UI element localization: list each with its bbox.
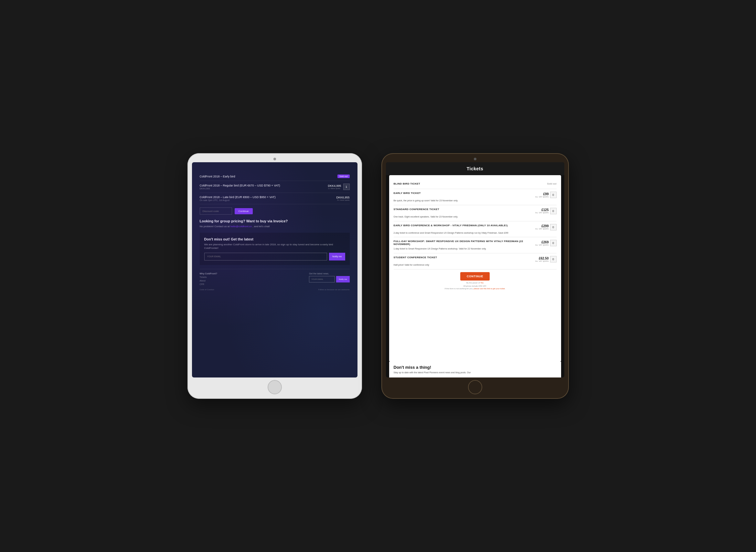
ticket-early-bird-workshop: EARLY BIRD CONFERENCE & WORKSHOP - VITAL… xyxy=(394,222,556,238)
ticket-fullday-price: £269 xyxy=(535,241,549,244)
dont-miss-text: Stay up to date with the latest Pixel Pi… xyxy=(394,371,556,374)
tito-link[interactable]: Tito xyxy=(480,282,484,284)
ticket-standard-desc: One track. Eight excellent speakers. Val… xyxy=(394,215,556,219)
ticket-blind-bird: BLIND BIRD TICKET Sold out xyxy=(394,180,556,189)
ticket-student-price: £62.50 xyxy=(535,257,549,260)
ticket-student-vat: Inc. VAT @20% xyxy=(535,260,549,262)
qty-stepper-fullday[interactable]: 0 xyxy=(550,240,556,246)
ticket-row-late: ColdFront 2018 – Late bird (EUR €800 – U… xyxy=(200,193,350,204)
ticket-early-bird: EARLY BIRD TICKET £99 Inc. VAT @20% 0 Be… xyxy=(394,189,556,205)
ticket-fullday-vat: Inc. VAT @20% xyxy=(535,244,549,246)
sold-out-badge-early-bird: Sold out xyxy=(338,174,350,178)
discount-row: Continue xyxy=(200,208,350,215)
ticket-row-early-bird: ColdFront 2018 – Early bird Sold out xyxy=(200,172,350,181)
form-issue: If this form is not working for you, ple… xyxy=(394,288,556,290)
group-text: No problem! Contact us at hello@coldfron… xyxy=(200,225,350,228)
ticket-price-sub-regular: 1+ More spots xyxy=(328,187,341,189)
qty-stepper-standard[interactable]: 0 xyxy=(550,208,556,214)
qty-stepper-early-bird[interactable]: 0 xyxy=(550,192,556,198)
footer-newsletter-form: Notify me xyxy=(309,276,349,282)
ticket-workshop-desc: 2-day ticket to conference and Smart Res… xyxy=(394,232,556,235)
ticket-fullday-desc: 1-day ticket to Smart Responsive UX Desi… xyxy=(394,247,556,251)
ticket-standard: STANDARD CONFERENCE TICKET £125 Inc. VAT… xyxy=(394,205,556,222)
footer-notify-button[interactable]: Notify me xyxy=(336,276,349,282)
dont-miss-section: Don't miss a thing! Stay up to date with… xyxy=(389,362,561,378)
right-camera xyxy=(474,158,476,160)
right-tablet: Tickets BLIND BIRD TICKET Sold out xyxy=(381,153,569,399)
footer-email-input[interactable] xyxy=(309,276,335,282)
qty-stepper-student[interactable]: 0 xyxy=(550,256,556,262)
ticket-sale-note: On sale 2pm UTC, 1st August xyxy=(200,199,276,201)
ticket-price-late: DKK6,955 xyxy=(336,196,349,199)
newsletter-text: We are planning another ColdFront storm … xyxy=(204,243,345,250)
scene: ColdFront 2018 – Early bird Sold out Col… xyxy=(187,153,569,399)
ticket-price-sub-late: 0+ more spots xyxy=(336,199,349,201)
ticket-workshop-price: £299 xyxy=(535,224,549,228)
group-email[interactable]: hello@coldfront.co xyxy=(231,225,252,228)
footer-newsletter: Get the latest news. Notify me xyxy=(309,272,349,285)
discount-input[interactable] xyxy=(200,208,232,215)
group-title: Looking for group pricing? Want to buy v… xyxy=(200,219,350,223)
footer-bottom: Code of Conduct Follow us because we are… xyxy=(200,289,350,291)
ticket-early-bird-desc: Be quick, the price is going up soon! Va… xyxy=(394,199,556,202)
tickets-page-title: Tickets xyxy=(390,166,560,171)
footer-left: Why ColdFront? Tickets About CFR Get the… xyxy=(200,269,350,285)
ticket-fullday-workshop: FULL-DAY WORKSHOP: SMART RESPONSIVE UX D… xyxy=(394,237,556,253)
continue-button-left[interactable]: Continue xyxy=(235,208,253,214)
right-screen: Tickets BLIND BIRD TICKET Sold out xyxy=(386,162,564,378)
ticket-sub-regular: DKK4,995 xyxy=(200,187,280,190)
left-screen: ColdFront 2018 – Early bird Sold out Col… xyxy=(192,162,358,378)
ticket-fullday-name: FULL-DAY WORKSHOP: SMART RESPONSIVE UX D… xyxy=(394,240,535,246)
social-text: Follow us because we are awesome xyxy=(319,289,350,291)
code-of-conduct-link[interactable]: Code of Conduct xyxy=(200,289,214,291)
ticket-student: STUDENT CONFERENCE TICKET £62.50 Inc. VA… xyxy=(394,253,556,270)
footer-nav-cfr[interactable]: CFR xyxy=(200,283,217,285)
ticket-student-desc: Half-price! Valid for conference only xyxy=(394,263,556,267)
continue-button-right[interactable]: CONTINUE xyxy=(460,272,490,281)
ticket-name-regular: ColdFront 2018 – Regular bird (EUR €670 … xyxy=(200,184,280,187)
ticket-name-early-bird: ColdFront 2018 – Early bird xyxy=(200,175,235,178)
left-home-button[interactable] xyxy=(268,380,282,394)
qty-stepper-workshop[interactable]: 0 xyxy=(550,224,556,231)
ticket-early-bird-price: £99 xyxy=(535,192,549,196)
ticket-standard-vat: Inc. VAT @20% xyxy=(535,212,549,214)
notify-button[interactable]: Notify me xyxy=(329,253,345,261)
ticket-early-bird-vat: Inc. VAT @20% xyxy=(535,196,549,198)
ticket-name-late: ColdFront 2018 – Late bird (EUR €800 – U… xyxy=(200,195,276,199)
ticket-standard-price: £125 xyxy=(535,208,549,212)
ticket-row-regular: ColdFront 2018 – Regular bird (EUR €670 … xyxy=(200,181,350,193)
qty-box-regular[interactable]: 1 xyxy=(343,183,350,190)
footer-nav-title: Why ColdFront? xyxy=(200,272,217,275)
ticket-standard-name: STANDARD CONFERENCE TICKET xyxy=(394,208,535,211)
footer-nav: Why ColdFront? Tickets About CFR xyxy=(200,272,217,285)
newsletter-section: Don't miss out! Get the latest We are pl… xyxy=(200,233,350,265)
dont-miss-title: Don't miss a thing! xyxy=(394,365,556,370)
ticket-workshop-name: EARLY BIRD CONFERENCE & WORKSHOP - VITAL… xyxy=(394,224,535,227)
tickets-header: Tickets xyxy=(386,162,564,175)
ticket-blind-bird-name: BLIND BIRD TICKET xyxy=(394,182,547,185)
ticket-workshop-vat: Inc. VAT @20% xyxy=(535,228,549,230)
footer-nav-about[interactable]: About xyxy=(200,280,217,282)
ticket-student-name: STUDENT CONFERENCE TICKET xyxy=(394,256,535,259)
footer-nav-tickets[interactable]: Tickets xyxy=(200,276,217,278)
newsletter-form: Notify me xyxy=(204,253,345,261)
vat-note: All prices include 20% VAT. xyxy=(394,285,556,287)
ticket-price-regular: DKK4,995 xyxy=(328,184,341,187)
group-section: Looking for group pricing? Want to buy v… xyxy=(200,219,350,228)
right-home-button[interactable] xyxy=(468,380,482,394)
left-camera xyxy=(273,158,276,160)
footer-newsletter-title: Get the latest news. xyxy=(309,272,349,275)
ticket-early-bird-name: EARLY BIRD TICKET xyxy=(394,192,535,194)
tickets-card: BLIND BIRD TICKET Sold out EARLY BIRD TI… xyxy=(389,175,561,362)
form-issue-link[interactable]: please use this link to get your ticket. xyxy=(474,288,505,290)
left-tablet: ColdFront 2018 – Early bird Sold out Col… xyxy=(187,153,362,399)
powered-by: By the power of Tito xyxy=(394,282,556,284)
ticket-blind-bird-status: Sold out xyxy=(547,182,556,185)
newsletter-title: Don't miss out! Get the latest xyxy=(204,237,345,241)
newsletter-email-input[interactable] xyxy=(204,253,327,261)
